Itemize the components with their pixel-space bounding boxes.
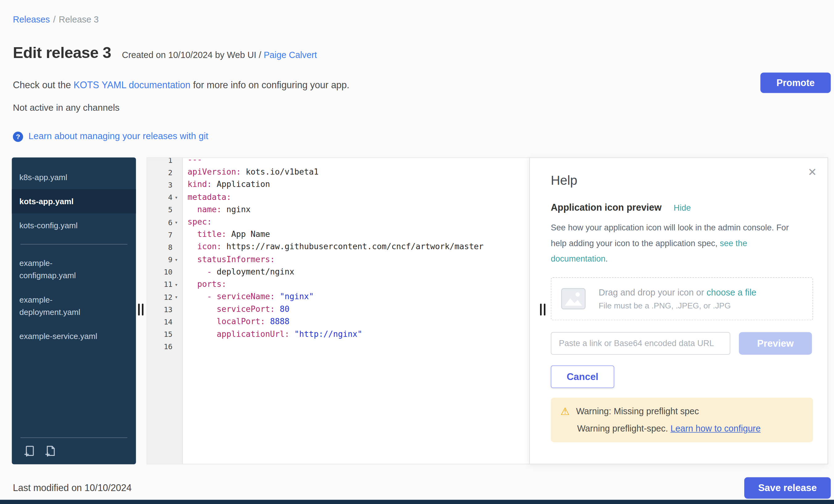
code-line: - serviceName: "nginx"	[188, 291, 529, 303]
help-panel-resize-handle[interactable]	[540, 304, 545, 315]
file-group-top: k8s-app.yamlkots-app.yamlkots-config.yam…	[12, 165, 136, 238]
sidebar-file-kots-config.yaml[interactable]: kots-config.yaml	[12, 214, 136, 238]
line-number: 1	[147, 157, 182, 166]
line-number: 13	[147, 303, 182, 315]
breadcrumb-releases-link[interactable]: Releases	[13, 15, 50, 24]
save-release-button[interactable]: Save release	[744, 477, 831, 499]
line-number: 5	[147, 203, 182, 216]
fold-caret-icon[interactable]: ▾	[172, 257, 180, 262]
dropzone-text: Drag and drop your icon or choose a file	[599, 287, 756, 298]
help-question-icon: ?	[13, 131, 23, 141]
line-number: 3	[147, 179, 182, 191]
sidebar-file-k8s-app.yaml[interactable]: k8s-app.yaml	[12, 165, 136, 189]
line-number: 7	[147, 228, 182, 241]
code-line: apiVersion: kots.io/v1beta1	[188, 166, 529, 179]
close-icon[interactable]: ✕	[808, 166, 817, 179]
line-number: 12▾	[147, 291, 182, 303]
editor-gutter: 1234▾56▾789▾1011▾12▾13141516	[147, 157, 182, 464]
breadcrumb: Releases/Release 3	[13, 15, 99, 25]
line-number: 15	[147, 328, 182, 341]
code-line: kind: Application	[188, 179, 529, 191]
icon-preview-title: Application icon preview	[551, 202, 662, 213]
icon-preview-header: Application icon preview Hide	[551, 202, 812, 214]
icon-dropzone[interactable]: Drag and drop your icon or choose a file…	[551, 277, 813, 320]
warning-title: Warning: Missing preflight spec	[576, 406, 699, 416]
line-number: 11▾	[147, 278, 182, 290]
file-group-bottom: example-configmap.yamlexample-deployment…	[12, 251, 136, 348]
code-line: icon: https://raw.githubusercontent.com/…	[188, 241, 529, 253]
code-line: ports:	[188, 278, 529, 290]
choose-file-link[interactable]: choose a file	[707, 287, 756, 297]
doc-text-pre: Check out the	[13, 80, 74, 90]
doc-text-post: for more info on configuring your app.	[190, 80, 349, 90]
page-title: Edit release 3	[13, 44, 111, 62]
code-line: servicePort: 80	[188, 303, 529, 315]
git-help-link[interactable]: Learn about managing your releases with …	[28, 131, 208, 142]
page: Releases/Release 3 Edit release 3 Create…	[0, 0, 834, 504]
last-modified-text: Last modified on 10/10/2024	[13, 483, 132, 494]
code-line: statusInformers:	[188, 253, 529, 266]
warning-icon: ⚠	[561, 405, 570, 418]
created-text: Created on 10/10/2024 by Web UI /	[122, 50, 261, 60]
new-file-from-template-icon[interactable]	[43, 444, 57, 458]
preview-button[interactable]: Preview	[739, 332, 812, 355]
line-number: 16	[147, 341, 182, 353]
title-row: Edit release 3 Created on 10/10/2024 by …	[13, 44, 317, 62]
doc-row: Check out the KOTS YAML documentation fo…	[13, 80, 349, 91]
kots-yaml-docs-link[interactable]: KOTS YAML documentation	[73, 80, 190, 90]
warning-box: ⚠ Warning: Missing preflight spec Warnin…	[551, 398, 813, 442]
line-number: 6▾	[147, 216, 182, 228]
editor-code-area[interactable]: ---apiVersion: kots.io/v1beta1kind: Appl…	[182, 157, 529, 464]
code-line: ---	[188, 157, 529, 166]
image-placeholder-icon	[561, 288, 586, 310]
code-line: applicationUrl: "http://nginx"	[188, 328, 529, 341]
line-number: 4▾	[147, 191, 182, 203]
icon-url-input[interactable]	[551, 332, 730, 355]
sidebar-footer	[12, 437, 136, 464]
line-number: 14	[147, 315, 182, 328]
code-line	[188, 341, 529, 353]
bottom-strip	[0, 500, 834, 504]
dropzone-text-pre: Drag and drop your icon or	[599, 287, 707, 297]
author-link[interactable]: Paige Calvert	[264, 50, 317, 60]
file-sidebar: k8s-app.yamlkots-app.yamlkots-config.yam…	[12, 157, 136, 464]
line-number: 8	[147, 241, 182, 253]
line-number: 9▾	[147, 253, 182, 266]
icon-preview-description: See how your application icon will look …	[551, 220, 795, 267]
dropzone-file-types: File must be a .PNG, .JPEG, or .JPG	[599, 301, 756, 310]
sidebar-footer-divider	[20, 437, 127, 438]
cancel-button[interactable]: Cancel	[551, 366, 614, 388]
description-text-pre: See how your application icon will look …	[551, 223, 789, 248]
line-number: 10	[147, 266, 182, 278]
fold-caret-icon[interactable]: ▾	[172, 282, 180, 287]
help-panel: ✕ Help Application icon preview Hide See…	[529, 157, 828, 464]
fold-caret-icon[interactable]: ▾	[172, 194, 180, 200]
sidebar-file-example-service.yaml[interactable]: example-service.yaml	[12, 324, 136, 348]
breadcrumb-separator: /	[53, 15, 56, 24]
code-line: metadata:	[188, 191, 529, 203]
created-info: Created on 10/10/2024 by Web UI / Paige …	[122, 50, 317, 60]
sidebar-resize-handle[interactable]	[138, 304, 144, 315]
sidebar-file-example-configmap.yaml[interactable]: example-configmap.yaml	[12, 251, 136, 287]
fold-caret-icon[interactable]: ▾	[172, 219, 180, 225]
sidebar-file-example-deployment.yaml[interactable]: example-deployment.yaml	[12, 287, 136, 324]
help-panel-title: Help	[551, 173, 812, 188]
code-line: localPort: 8888	[188, 315, 529, 328]
description-text-post: .	[606, 254, 608, 263]
learn-how-to-configure-link[interactable]: Learn how to configure	[671, 423, 761, 433]
hide-link[interactable]: Hide	[674, 203, 691, 213]
add-file-icon[interactable]	[23, 444, 36, 458]
sidebar-file-kots-app.yaml[interactable]: kots-app.yaml	[12, 189, 136, 213]
code-line: title: App Name	[188, 228, 529, 241]
yaml-editor[interactable]: 1234▾56▾789▾1011▾12▾13141516 ---apiVersi…	[147, 157, 529, 464]
promote-button[interactable]: Promote	[760, 72, 831, 93]
warning-detail: Warning preflight-spec. Learn how to con…	[577, 423, 803, 434]
code-line: name: nginx	[188, 203, 529, 216]
line-number: 2	[147, 166, 182, 179]
file-group-divider	[20, 244, 127, 245]
breadcrumb-current: Release 3	[59, 15, 99, 24]
fold-caret-icon[interactable]: ▾	[172, 294, 180, 300]
warning-detail-text: Warning preflight-spec.	[577, 423, 671, 433]
git-help-row: ? Learn about managing your releases wit…	[13, 131, 208, 142]
code-line: spec:	[188, 216, 529, 228]
